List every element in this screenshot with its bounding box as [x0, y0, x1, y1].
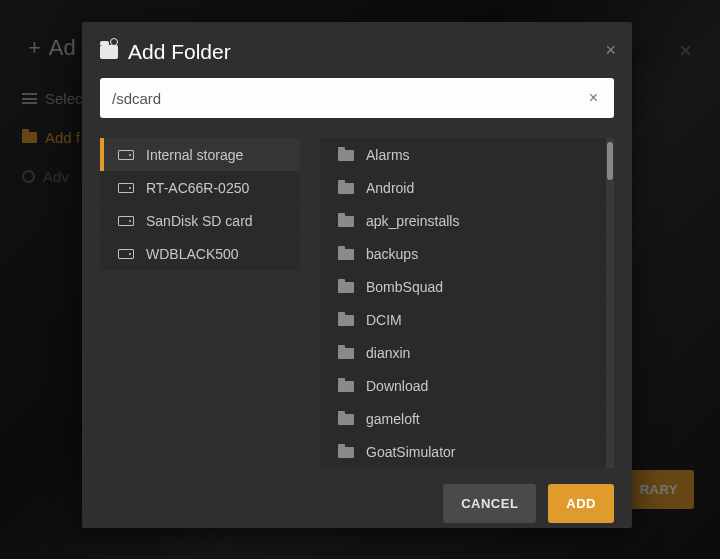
- folder-item-label: GoatSimulator: [366, 444, 455, 460]
- storage-item-label: SanDisk SD card: [146, 213, 253, 229]
- gear-icon: [22, 170, 35, 183]
- plus-icon: +: [28, 35, 41, 61]
- modal-header: Add Folder ×: [82, 22, 632, 78]
- drive-icon: [118, 183, 134, 193]
- close-icon[interactable]: ×: [605, 40, 616, 61]
- modal-body: × Internal storageRT-AC66R-0250SanDisk S…: [82, 78, 632, 468]
- folder-item-label: DCIM: [366, 312, 402, 328]
- drive-icon: [118, 216, 134, 226]
- folder-item[interactable]: Download: [320, 369, 606, 402]
- sidebar-select[interactable]: Selec: [22, 90, 83, 107]
- folder-item[interactable]: dianxin: [320, 336, 606, 369]
- sidebar-add-folder[interactable]: Add f: [22, 129, 83, 146]
- folder-item[interactable]: backups: [320, 237, 606, 270]
- path-input-wrapper: ×: [100, 78, 614, 118]
- folder-item-label: Android: [366, 180, 414, 196]
- cancel-button[interactable]: CANCEL: [443, 484, 536, 523]
- storage-list: Internal storageRT-AC66R-0250SanDisk SD …: [100, 138, 300, 468]
- sidebar-advanced[interactable]: Adv: [22, 168, 83, 185]
- storage-item-label: Internal storage: [146, 147, 243, 163]
- folder-item-label: apk_preinstalls: [366, 213, 459, 229]
- sidebar-select-label: Selec: [45, 90, 83, 107]
- folder-icon: [338, 216, 354, 227]
- folder-icon: [338, 348, 354, 359]
- add-button[interactable]: ADD: [548, 484, 614, 523]
- sidebar-folder-label: Add f: [45, 129, 80, 146]
- sidebar-advanced-label: Adv: [43, 168, 69, 185]
- folder-item-label: Download: [366, 378, 428, 394]
- folder-icon: [22, 132, 37, 143]
- storage-item[interactable]: SanDisk SD card: [100, 204, 300, 237]
- browser-columns: Internal storageRT-AC66R-0250SanDisk SD …: [100, 138, 614, 468]
- add-folder-modal: Add Folder × × Internal storageRT-AC66R-…: [82, 22, 632, 528]
- folder-icon: [338, 447, 354, 458]
- hamburger-icon: [22, 93, 37, 104]
- background-add-label: Ad: [49, 35, 76, 61]
- folder-item[interactable]: Android: [320, 171, 606, 204]
- folder-item[interactable]: gameloft: [320, 402, 606, 435]
- drive-icon: [118, 249, 134, 259]
- folder-item[interactable]: apk_preinstalls: [320, 204, 606, 237]
- folder-item-label: BombSquad: [366, 279, 443, 295]
- storage-item[interactable]: RT-AC66R-0250: [100, 171, 300, 204]
- folder-icon: [338, 282, 354, 293]
- scrollbar-thumb[interactable]: [607, 142, 613, 180]
- folder-icon: [338, 183, 354, 194]
- library-button[interactable]: RARY: [624, 470, 694, 509]
- background-close-icon[interactable]: ×: [679, 38, 692, 64]
- folder-icon: [338, 315, 354, 326]
- folder-icon: [338, 150, 354, 161]
- folder-icon: [338, 249, 354, 260]
- storage-item[interactable]: Internal storage: [100, 138, 300, 171]
- storage-item-label: RT-AC66R-0250: [146, 180, 249, 196]
- folder-item-label: dianxin: [366, 345, 410, 361]
- folder-item[interactable]: DCIM: [320, 303, 606, 336]
- folder-item[interactable]: BombSquad: [320, 270, 606, 303]
- folder-item[interactable]: Alarms: [320, 138, 606, 171]
- folder-list: AlarmsAndroidapk_preinstallsbackupsBombS…: [320, 138, 606, 468]
- modal-title: Add Folder: [128, 40, 231, 64]
- folder-item-label: backups: [366, 246, 418, 262]
- folder-icon: [338, 381, 354, 392]
- modal-footer: CANCEL ADD: [82, 468, 632, 539]
- folder-item-label: Alarms: [366, 147, 410, 163]
- folder-item[interactable]: GoatSimulator: [320, 435, 606, 468]
- storage-item-label: WDBLACK500: [146, 246, 239, 262]
- drive-icon: [118, 150, 134, 160]
- storage-item[interactable]: WDBLACK500: [100, 237, 300, 270]
- path-input[interactable]: [112, 90, 585, 107]
- folder-icon: [338, 414, 354, 425]
- add-folder-icon: [100, 45, 118, 59]
- clear-input-icon[interactable]: ×: [585, 85, 602, 111]
- folder-item-label: gameloft: [366, 411, 420, 427]
